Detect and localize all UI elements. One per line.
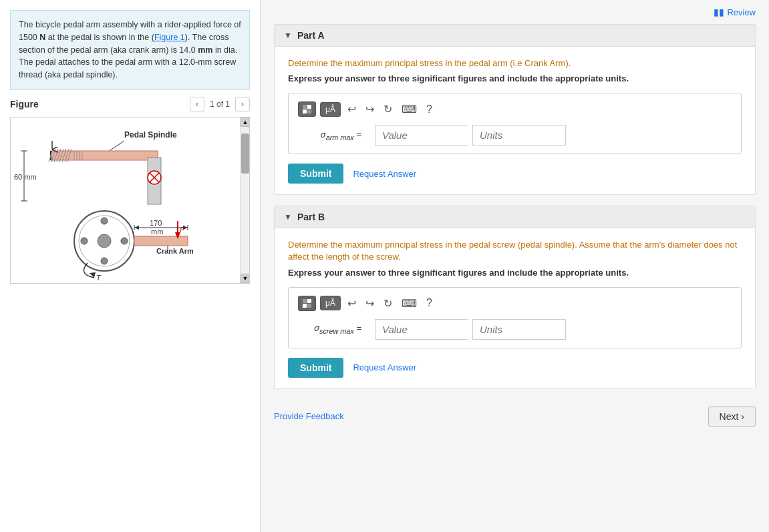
svg-text:mm: mm	[151, 228, 163, 236]
part-a-input-row: σarm max =	[298, 125, 732, 146]
svg-point-29	[101, 258, 108, 264]
refresh-button-a[interactable]: ↻	[381, 101, 395, 117]
figure-svg: Pedal Spindle	[11, 117, 249, 283]
refresh-button-b[interactable]: ↻	[381, 296, 395, 311]
figure-image: Pedal Spindle	[10, 117, 250, 284]
part-a-description: Determine the maximum principal stress i…	[288, 57, 742, 69]
sidebar: The bicycle pedal arm assembly with a ri…	[0, 0, 261, 532]
review-section: ▮▮ Review	[274, 7, 756, 17]
undo-button-a[interactable]: ↩	[345, 101, 359, 117]
part-a-toolbar: μÅ ↩ ↪ ↻ ⌨ ?	[298, 101, 732, 117]
part-a-body: Determine the maximum principal stress i…	[275, 47, 755, 194]
part-b-submit-row: Submit Request Answer	[288, 358, 742, 378]
part-a-section: ▼ Part A Determine the maximum principal…	[274, 24, 756, 195]
part-a-collapse-arrow[interactable]: ▼	[284, 31, 292, 40]
part-b-instruction: Express your answer to three significant…	[288, 268, 742, 278]
redo-button-b[interactable]: ↪	[363, 296, 377, 311]
part-b-description: Determine the maximum principal stress i…	[288, 239, 742, 263]
part-b-answer-box: μÅ ↩ ↪ ↻ ⌨ ? σscrew max =	[288, 287, 742, 348]
figure-title: Figure	[10, 99, 39, 109]
next-label: Next	[720, 411, 739, 422]
bottom-bar: Provide Feedback Next ›	[274, 400, 756, 433]
part-b-value-input[interactable]	[375, 319, 468, 340]
part-a-answer-box: μÅ ↩ ↪ ↻ ⌨ ? σarm max =	[288, 93, 742, 154]
scroll-thumb[interactable]	[241, 134, 249, 174]
part-b-input-row: σscrew max =	[298, 319, 732, 340]
figure-section: Figure ‹ 1 of 1 › Pedal Spindle	[10, 97, 250, 284]
keyboard-button-a[interactable]: ⌨	[399, 101, 420, 117]
part-b-sigma-label: σscrew max =	[298, 323, 361, 335]
review-label: Review	[727, 7, 756, 17]
svg-text:60 mm: 60 mm	[14, 173, 37, 181]
part-b-request-link[interactable]: Request Answer	[353, 362, 416, 372]
part-b-header: ▼ Part B	[275, 206, 755, 228]
part-a-request-link[interactable]: Request Answer	[353, 169, 416, 179]
next-button[interactable]: Next ›	[708, 407, 756, 427]
svg-rect-32	[134, 236, 188, 246]
problem-text: The bicycle pedal arm assembly with a ri…	[19, 20, 241, 79]
part-a-units-input[interactable]	[472, 125, 566, 146]
figure-scrollbar[interactable]: ▲ ▼	[240, 117, 249, 283]
figure-nav-text: 1 of 1	[207, 99, 233, 109]
part-a-header: ▼ Part A	[275, 25, 755, 47]
part-a-value-input[interactable]	[375, 125, 468, 146]
pedal-spindle-label: Pedal Spindle	[124, 130, 177, 140]
help-button-a[interactable]: ?	[424, 102, 435, 117]
review-link[interactable]: ▮▮ Review	[714, 7, 756, 17]
svg-text:170: 170	[150, 219, 162, 227]
scroll-up-arrow[interactable]: ▲	[241, 117, 250, 127]
part-b-submit-button[interactable]: Submit	[288, 358, 343, 378]
part-a-sigma-label: σarm max =	[298, 129, 361, 142]
svg-point-28	[101, 218, 108, 224]
grid-button-b[interactable]	[298, 296, 316, 311]
part-b-units-input[interactable]	[472, 319, 566, 340]
part-b-section: ▼ Part B Determine the maximum principal…	[274, 206, 756, 388]
help-button-b[interactable]: ?	[424, 296, 435, 310]
svg-point-30	[81, 238, 88, 244]
problem-description: The bicycle pedal arm assembly with a ri…	[10, 10, 250, 90]
part-a-submit-row: Submit Request Answer	[288, 164, 742, 184]
part-a-title: Part A	[297, 30, 325, 41]
svg-point-27	[98, 234, 111, 248]
part-a-submit-button[interactable]: Submit	[288, 164, 343, 184]
keyboard-button-b[interactable]: ⌨	[399, 296, 420, 311]
undo-button-b[interactable]: ↩	[345, 296, 359, 311]
main-content: ▮▮ Review ▼ Part A Determine the maximum…	[261, 0, 769, 532]
scroll-down-arrow[interactable]: ▼	[241, 274, 250, 283]
part-a-instruction: Express your answer to three significant…	[288, 73, 742, 83]
part-b-collapse-arrow[interactable]: ▼	[284, 212, 292, 222]
provide-feedback-link[interactable]: Provide Feedback	[274, 411, 344, 421]
figure-nav: ‹ 1 of 1 ›	[190, 97, 250, 111]
svg-text:Crank Arm: Crank Arm	[156, 247, 194, 255]
svg-point-31	[121, 238, 128, 244]
figure-prev-button[interactable]: ‹	[190, 97, 204, 111]
part-b-toolbar: μÅ ↩ ↪ ↻ ⌨ ?	[298, 296, 732, 311]
figure-link[interactable]: Figure 1	[154, 33, 185, 42]
bookmark-icon: ▮▮	[714, 7, 724, 17]
part-b-body: Determine the maximum principal stress i…	[275, 228, 755, 388]
units-button-a[interactable]: μÅ	[320, 102, 341, 117]
redo-button-a[interactable]: ↪	[363, 101, 377, 117]
part-b-title: Part B	[297, 212, 325, 222]
figure-next-button[interactable]: ›	[235, 97, 250, 111]
next-arrow-icon: ›	[741, 411, 744, 422]
units-button-b[interactable]: μÅ	[320, 296, 341, 310]
grid-button-a[interactable]	[298, 101, 316, 117]
